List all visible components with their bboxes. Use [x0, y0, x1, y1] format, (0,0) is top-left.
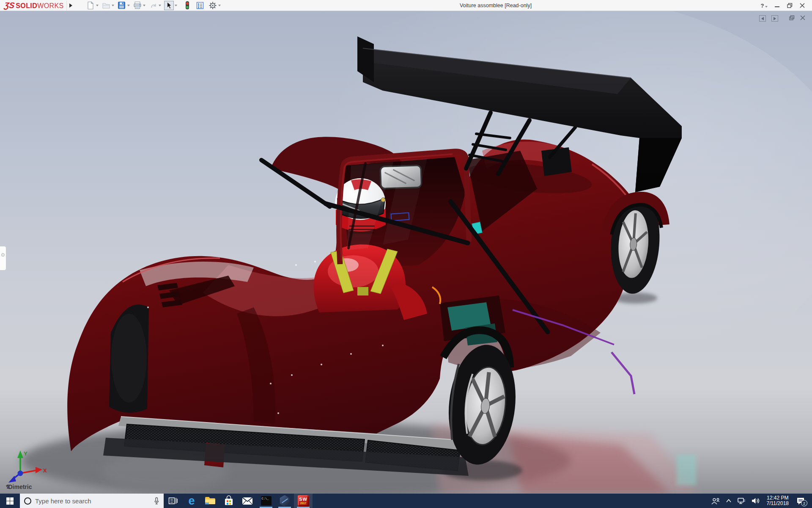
- network-button[interactable]: [737, 497, 746, 505]
- action-center-button[interactable]: 2: [796, 497, 805, 505]
- options-dropdown-caret[interactable]: [218, 5, 221, 6]
- close-icon: [800, 3, 805, 8]
- doc-previous-button[interactable]: [759, 15, 766, 22]
- solidworks-app-icon: SW 2017: [298, 495, 309, 507]
- system-tray: 12:42 PM 7/11/2018 2: [711, 494, 812, 508]
- hexagon-app-icon: [280, 495, 290, 507]
- rebuild-traffic-light-icon: [184, 1, 191, 10]
- undo-button[interactable]: [148, 0, 158, 11]
- properties-list-icon: [196, 1, 204, 10]
- open-dropdown-caret[interactable]: [112, 5, 114, 6]
- undo-dropdown-caret[interactable]: [159, 5, 161, 6]
- graphics-area[interactable]: Y X Z *Dimetric: [0, 11, 812, 494]
- search-input[interactable]: [35, 497, 150, 505]
- people-button[interactable]: [711, 497, 720, 505]
- taskbar-app-solidworks[interactable]: SW 2017: [294, 494, 313, 508]
- speaker-icon: [751, 497, 760, 504]
- windows-logo-icon: [6, 497, 14, 505]
- file-properties-button[interactable]: [195, 0, 205, 11]
- taskbar: e C:\_ SW 2017: [0, 494, 812, 508]
- volume-button[interactable]: [751, 497, 760, 504]
- doc-next-button[interactable]: [771, 15, 778, 22]
- triad-y-label: Y: [24, 450, 27, 457]
- select-cursor-icon: [166, 2, 172, 9]
- restore-button[interactable]: [783, 0, 796, 11]
- taskbar-search[interactable]: [20, 494, 164, 508]
- left-arrow-icon: [761, 17, 764, 20]
- toolbar-expand-arrow[interactable]: [66, 0, 75, 11]
- select-button[interactable]: [164, 1, 174, 10]
- open-button[interactable]: [102, 0, 111, 11]
- file-explorer-icon: [205, 496, 216, 505]
- doc-close-icon: [800, 15, 805, 20]
- open-folder-icon: [102, 2, 110, 9]
- triad-x-label: X: [43, 467, 47, 474]
- cortana-icon: [24, 497, 31, 505]
- new-dropdown-caret[interactable]: [96, 5, 99, 6]
- undo-arrow-icon: [149, 2, 157, 9]
- panel-collapse-tab[interactable]: [0, 246, 6, 271]
- taskbar-clock[interactable]: 12:42 PM 7/11/2018: [765, 495, 791, 507]
- solidworks-logo-mark: ƷS: [3, 1, 15, 10]
- tray-time: 12:42 PM: [767, 495, 788, 501]
- options-button[interactable]: [208, 0, 217, 11]
- task-view-button[interactable]: [164, 494, 182, 508]
- play-arrow-icon: [69, 3, 72, 8]
- taskbar-app-hexagon[interactable]: [275, 494, 294, 508]
- taskbar-app-store[interactable]: [219, 494, 238, 508]
- save-dropdown-caret[interactable]: [127, 5, 130, 6]
- view-orientation-label: *Dimetric: [6, 483, 32, 490]
- start-button[interactable]: [0, 494, 20, 508]
- chevron-up-icon: [726, 499, 732, 503]
- store-icon: [224, 495, 234, 506]
- front-left-tire[interactable]: [111, 314, 147, 403]
- notification-badge: 2: [801, 500, 807, 506]
- tray-date: 7/11/2018: [767, 501, 789, 507]
- mail-icon: [242, 497, 253, 505]
- solidworks-logo: ƷS SOLIDWORKS: [4, 1, 64, 10]
- titlebar: ƷS SOLIDWORKS: [0, 0, 812, 11]
- restore-icon: [787, 3, 793, 8]
- harness-buckle: [357, 287, 368, 295]
- taskbar-app-file-explorer[interactable]: [201, 494, 219, 508]
- select-dropdown-caret[interactable]: [175, 5, 177, 6]
- doc-restore-button[interactable]: [789, 15, 795, 22]
- new-document-button[interactable]: [86, 0, 95, 11]
- minimize-icon: [775, 6, 779, 7]
- window-title: Voiture assomblee [Read-only]: [460, 3, 532, 8]
- close-button[interactable]: [796, 0, 809, 11]
- help-button[interactable]: ?: [758, 0, 771, 11]
- quick-toolbar: [86, 0, 224, 11]
- print-icon: [133, 1, 142, 9]
- doc-restore-icon: [789, 15, 795, 20]
- print-dropdown-caret[interactable]: [143, 5, 145, 6]
- microphone-icon[interactable]: [154, 497, 159, 505]
- network-icon: [737, 497, 746, 505]
- edge-icon: e: [188, 495, 195, 507]
- new-document-icon: [87, 1, 94, 10]
- tray-overflow-chevron[interactable]: [726, 499, 732, 503]
- command-prompt-icon: C:\_: [261, 496, 272, 505]
- gear-icon: [208, 1, 217, 10]
- 3d-scene[interactable]: [0, 11, 812, 494]
- doc-close-button[interactable]: [800, 15, 805, 22]
- document-window-controls: [759, 15, 805, 22]
- solidworks-window: ƷS SOLIDWORKS: [0, 0, 812, 508]
- panel-tab-dot-icon: [1, 253, 5, 257]
- print-button[interactable]: [133, 0, 142, 11]
- right-arrow-icon: [774, 17, 776, 20]
- task-view-icon: [168, 497, 178, 505]
- taskbar-app-mail[interactable]: [238, 494, 257, 508]
- rebuild-button[interactable]: [183, 0, 192, 11]
- taskbar-app-edge[interactable]: e: [182, 494, 201, 508]
- taskbar-app-command-prompt[interactable]: C:\_: [257, 494, 275, 508]
- window-controls: ?: [758, 0, 809, 11]
- people-icon: [711, 497, 720, 505]
- save-floppy-icon: [118, 1, 126, 9]
- minimize-button[interactable]: [771, 0, 783, 11]
- save-button[interactable]: [117, 0, 126, 11]
- help-dropdown-caret: [765, 6, 768, 8]
